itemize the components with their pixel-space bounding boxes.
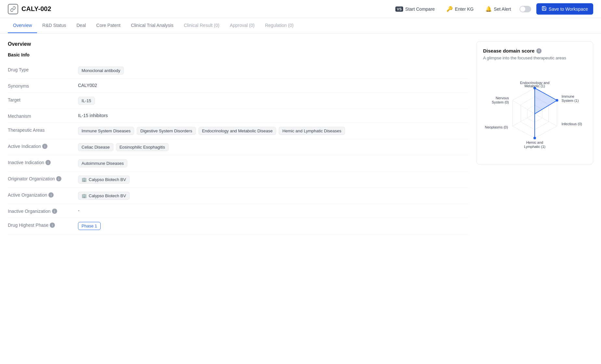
inactive-org-text: - bbox=[78, 208, 80, 213]
ta-hemic: Hemic and Lymphatic Diseases bbox=[279, 127, 345, 135]
tab-clinical-result[interactable]: Clinical Result (0) bbox=[179, 18, 225, 33]
disease-domain-card: Disease domain score i A glimpse into th… bbox=[476, 41, 593, 164]
ta-digestive: Digestive System Disorders bbox=[137, 127, 196, 135]
drug-highest-phase-row: Drug Highest Phase i Phase 1 bbox=[8, 218, 468, 234]
active-indication-label: Active Indication i bbox=[8, 143, 73, 149]
synonyms-value: CALY002 bbox=[78, 83, 468, 88]
target-tag[interactable]: IL-15 bbox=[78, 97, 95, 105]
start-compare-icon: VS bbox=[395, 6, 403, 12]
synonyms-row: Synonyms CALY002 bbox=[8, 79, 468, 93]
tab-clinical-trial[interactable]: Clinical Trial Analysis bbox=[126, 18, 179, 33]
drug-highest-phase-value: Phase 1 bbox=[78, 222, 468, 230]
active-org-label: Active Organization i bbox=[8, 192, 73, 198]
tab-regulation[interactable]: Regulation (0) bbox=[260, 18, 299, 33]
drug-type-row: Drug Type Monoclonal antibody bbox=[8, 63, 468, 79]
inactive-indication-label: Inactive Indication i bbox=[8, 159, 73, 165]
drug-highest-phase-info-icon[interactable]: i bbox=[50, 223, 55, 228]
indication-autoimmune: Autoimmune Diseases bbox=[78, 159, 127, 167]
enter-kg-button[interactable]: 🔑 Enter KG bbox=[443, 4, 477, 14]
active-org-value: 🏢 Calypso Biotech BV bbox=[78, 192, 468, 200]
tab-overview[interactable]: Overview bbox=[8, 18, 37, 33]
inactive-org-row: Inactive Organization i - bbox=[8, 204, 468, 218]
save-to-workspace-label: Save to Workspace bbox=[549, 6, 588, 12]
drug-icon bbox=[8, 4, 18, 14]
svg-marker-9 bbox=[535, 88, 557, 138]
originator-org-tag[interactable]: 🏢 Calypso Biotech BV bbox=[78, 176, 130, 184]
active-org-row: Active Organization i 🏢 Calypso Biotech … bbox=[8, 188, 468, 204]
start-compare-button[interactable]: VS Start Compare bbox=[392, 5, 438, 14]
basic-info-title: Basic Info bbox=[8, 52, 468, 57]
tab-core-patent[interactable]: Core Patent bbox=[91, 18, 126, 33]
save-to-workspace-button[interactable]: Save to Workspace bbox=[536, 3, 593, 15]
active-indication-value: Celiac Disease Eosinophilic Esophagitis bbox=[78, 143, 468, 151]
svg-text:Lymphatic (1): Lymphatic (1) bbox=[524, 145, 545, 149]
ta-immune: Immune System Diseases bbox=[78, 127, 134, 135]
header: CALY-002 VS Start Compare 🔑 Enter KG 🔔 S… bbox=[0, 0, 601, 18]
tabs-nav: Overview R&D Status Deal Core Patent Cli… bbox=[0, 18, 601, 33]
phase-tag: Phase 1 bbox=[78, 222, 101, 230]
originator-org-value: 🏢 Calypso Biotech BV bbox=[78, 176, 468, 184]
save-icon bbox=[542, 6, 547, 12]
main-content: Overview Basic Info Drug Type Monoclonal… bbox=[0, 33, 601, 242]
tab-approval[interactable]: Approval (0) bbox=[224, 18, 260, 33]
overview-title: Overview bbox=[8, 41, 468, 47]
tab-deal[interactable]: Deal bbox=[71, 18, 91, 33]
tab-rd-status[interactable]: R&D Status bbox=[37, 18, 71, 33]
inactive-org-info-icon[interactable]: i bbox=[52, 209, 57, 214]
synonyms-label: Synonyms bbox=[8, 83, 73, 89]
enter-kg-label: Enter KG bbox=[455, 6, 474, 12]
svg-line-5 bbox=[535, 114, 557, 126]
inactive-indication-row: Inactive Indication i Autoimmune Disease… bbox=[8, 155, 468, 172]
header-left: CALY-002 bbox=[8, 4, 392, 14]
therapeutic-areas-row: Therapeutic Areas Immune System Diseases… bbox=[8, 123, 468, 139]
active-indication-info-icon[interactable]: i bbox=[42, 144, 47, 149]
drug-name: CALY-002 bbox=[21, 5, 51, 13]
disease-domain-subtitle: A glimpse into the focused therapeutic a… bbox=[483, 55, 586, 60]
right-panel: Disease domain score i A glimpse into th… bbox=[476, 41, 593, 234]
drug-highest-phase-label: Drug Highest Phase i bbox=[8, 222, 73, 228]
originator-org-info-icon[interactable]: i bbox=[56, 176, 61, 181]
originator-org-row: Originator Organization i 🏢 Calypso Biot… bbox=[8, 172, 468, 188]
svg-text:Metabolic (1): Metabolic (1) bbox=[524, 84, 545, 88]
inactive-org-value: - bbox=[78, 208, 468, 213]
alert-toggle[interactable] bbox=[519, 6, 531, 12]
set-alert-button[interactable]: 🔔 Set Alert bbox=[482, 4, 514, 14]
header-actions: VS Start Compare 🔑 Enter KG 🔔 Set Alert … bbox=[392, 3, 593, 15]
org-building-icon: 🏢 bbox=[82, 177, 87, 182]
mechanism-row: Mechanism IL-15 inhibitors bbox=[8, 109, 468, 123]
originator-org-label: Originator Organization i bbox=[8, 176, 73, 181]
mechanism-value: IL-15 inhibitors bbox=[78, 113, 468, 118]
ta-endocrinology: Endocrinology and Metabolic Disease bbox=[198, 127, 276, 135]
inactive-indication-info-icon[interactable]: i bbox=[45, 160, 51, 165]
mechanism-label: Mechanism bbox=[8, 113, 73, 119]
left-panel: Overview Basic Info Drug Type Monoclonal… bbox=[8, 41, 468, 234]
therapeutic-areas-label: Therapeutic Areas bbox=[8, 127, 73, 133]
radar-chart-container: Endocrinology and Metabolic (1) Immune S… bbox=[483, 67, 586, 158]
therapeutic-areas-value: Immune System Diseases Digestive System … bbox=[78, 127, 468, 135]
radar-chart: Endocrinology and Metabolic (1) Immune S… bbox=[483, 67, 586, 158]
svg-text:Infectious (0): Infectious (0) bbox=[561, 122, 582, 126]
start-compare-label: Start Compare bbox=[405, 6, 435, 12]
disease-domain-info-icon[interactable]: i bbox=[536, 48, 542, 54]
indication-eosinophilic: Eosinophilic Esophagitis bbox=[116, 143, 169, 151]
mechanism-text: IL-15 inhibitors bbox=[78, 113, 108, 118]
org-building-icon-2: 🏢 bbox=[82, 193, 87, 198]
disease-domain-title-text: Disease domain score bbox=[483, 48, 534, 54]
drug-type-value: Monoclonal antibody bbox=[78, 67, 468, 75]
inactive-org-label: Inactive Organization i bbox=[8, 208, 73, 214]
active-org-tag[interactable]: 🏢 Calypso Biotech BV bbox=[78, 192, 130, 200]
synonyms-text: CALY002 bbox=[78, 83, 97, 88]
svg-text:Immune: Immune bbox=[561, 94, 574, 98]
target-row: Target IL-15 bbox=[8, 93, 468, 109]
set-alert-icon: 🔔 bbox=[485, 6, 492, 12]
enter-kg-icon: 🔑 bbox=[446, 6, 453, 12]
target-value: IL-15 bbox=[78, 97, 468, 105]
active-indication-row: Active Indication i Celiac Disease Eosin… bbox=[8, 139, 468, 155]
active-org-info-icon[interactable]: i bbox=[48, 192, 54, 198]
svg-text:Hemic and: Hemic and bbox=[526, 140, 543, 144]
svg-text:Neoplasms (0): Neoplasms (0) bbox=[485, 125, 508, 129]
svg-line-7 bbox=[512, 114, 535, 126]
svg-point-11 bbox=[556, 99, 558, 102]
drug-type-tag: Monoclonal antibody bbox=[78, 67, 124, 75]
target-label: Target bbox=[8, 97, 73, 103]
